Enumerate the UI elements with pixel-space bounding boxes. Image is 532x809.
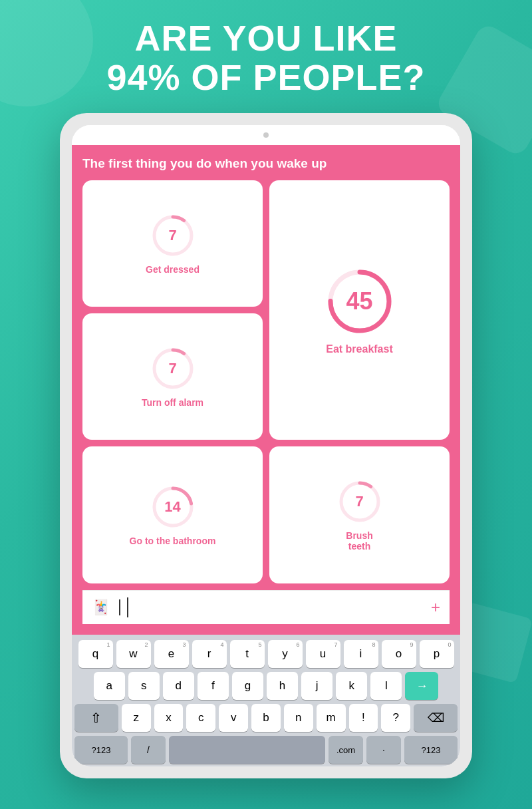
option-turn-off-alarm[interactable]: 7 Turn off alarm xyxy=(82,313,263,440)
key-exclamation[interactable]: ! xyxy=(349,704,378,732)
cards-icon: 🃏 xyxy=(92,599,110,616)
tablet-camera xyxy=(263,132,269,138)
question-title: The first thing you do when you wake up xyxy=(82,156,450,172)
add-button[interactable]: + xyxy=(431,598,440,617)
key-s[interactable]: s xyxy=(128,672,160,700)
circle-eat-breakfast: 45 xyxy=(323,265,396,338)
keyboard-row-1: 1q 2w 3e 4r 5t 6y 7u 8i 9o 0p xyxy=(74,640,458,668)
key-r[interactable]: 4r xyxy=(192,640,227,668)
value-go-bathroom: 14 xyxy=(164,498,180,516)
key-j[interactable]: j xyxy=(301,672,332,700)
answer-input[interactable] xyxy=(127,597,424,617)
key-h[interactable]: h xyxy=(267,672,298,700)
label-turn-off-alarm: Turn off alarm xyxy=(142,397,203,408)
keyboard-row-4: ?123 / .com · ?123 xyxy=(74,736,458,764)
key-x[interactable]: x xyxy=(154,704,184,732)
key-p[interactable]: 0p xyxy=(420,640,454,668)
keyboard-row-3: ⇧ z x c v b n m ! ? ⌫ xyxy=(74,704,458,732)
app-content: The first thing you do when you wake up … xyxy=(72,145,460,635)
key-slash[interactable]: / xyxy=(131,736,166,764)
keyboard: 1q 2w 3e 4r 5t 6y 7u 8i 9o 0p a s d f g … xyxy=(72,635,460,766)
key-o[interactable]: 9o xyxy=(382,640,416,668)
label-go-bathroom: Go to the bathroom xyxy=(130,536,216,546)
option-eat-breakfast[interactable]: 45 Eat breakfast xyxy=(269,180,450,440)
key-shift[interactable]: ⇧ xyxy=(74,704,118,732)
key-dotcom[interactable]: .com xyxy=(329,736,363,764)
key-m[interactable]: m xyxy=(317,704,346,732)
key-a[interactable]: a xyxy=(94,672,125,700)
tablet-screen: The first thing you do when you wake up … xyxy=(72,125,460,766)
value-turn-off-alarm: 7 xyxy=(168,360,176,377)
key-d[interactable]: d xyxy=(163,672,194,700)
key-num-toggle[interactable]: ?123 xyxy=(74,736,128,764)
key-t[interactable]: 5t xyxy=(230,640,265,668)
key-n[interactable]: n xyxy=(284,704,313,732)
label-eat-breakfast: Eat breakfast xyxy=(326,343,393,355)
key-b[interactable]: b xyxy=(251,704,281,732)
value-brush-teeth: 7 xyxy=(355,493,363,510)
key-u[interactable]: 7u xyxy=(306,640,340,668)
key-go[interactable]: → xyxy=(405,672,438,700)
option-brush-teeth[interactable]: 7 Brushteeth xyxy=(269,446,450,583)
key-w[interactable]: 2w xyxy=(116,640,151,668)
key-z[interactable]: z xyxy=(122,704,151,732)
key-dot[interactable]: · xyxy=(366,736,401,764)
circle-brush-teeth: 7 xyxy=(336,478,383,525)
value-eat-breakfast: 45 xyxy=(346,287,372,315)
key-f[interactable]: f xyxy=(198,672,229,700)
key-c[interactable]: c xyxy=(186,704,215,732)
key-v[interactable]: v xyxy=(219,704,248,732)
text-cursor xyxy=(119,599,120,615)
key-num-toggle-2[interactable]: ?123 xyxy=(404,736,458,764)
key-q[interactable]: 1q xyxy=(78,640,113,668)
key-l[interactable]: l xyxy=(370,672,402,700)
option-get-dressed[interactable]: 7 Get dressed xyxy=(82,180,263,307)
options-grid: 7 Get dressed 45 Eat breakfast xyxy=(82,180,450,583)
circle-go-bathroom: 14 xyxy=(150,484,196,530)
tablet-frame: The first thing you do when you wake up … xyxy=(60,113,472,778)
keyboard-row-2: a s d f g h j k l → xyxy=(74,672,458,700)
tablet-top-bar xyxy=(72,125,460,145)
input-area: 🃏 + xyxy=(82,590,450,624)
circle-get-dressed: 7 xyxy=(150,212,196,259)
option-go-bathroom[interactable]: 14 Go to the bathroom xyxy=(82,446,263,583)
circle-turn-off-alarm: 7 xyxy=(150,345,196,392)
key-i[interactable]: 8i xyxy=(344,640,378,668)
label-brush-teeth: Brushteeth xyxy=(346,530,372,552)
value-get-dressed: 7 xyxy=(168,227,176,244)
key-e[interactable]: 3e xyxy=(154,640,189,668)
key-g[interactable]: g xyxy=(232,672,263,700)
key-y[interactable]: 6y xyxy=(268,640,303,668)
key-k[interactable]: k xyxy=(336,672,367,700)
key-backspace[interactable]: ⌫ xyxy=(414,704,458,732)
key-space[interactable] xyxy=(169,736,325,764)
key-question[interactable]: ? xyxy=(381,704,410,732)
label-get-dressed: Get dressed xyxy=(146,264,200,275)
